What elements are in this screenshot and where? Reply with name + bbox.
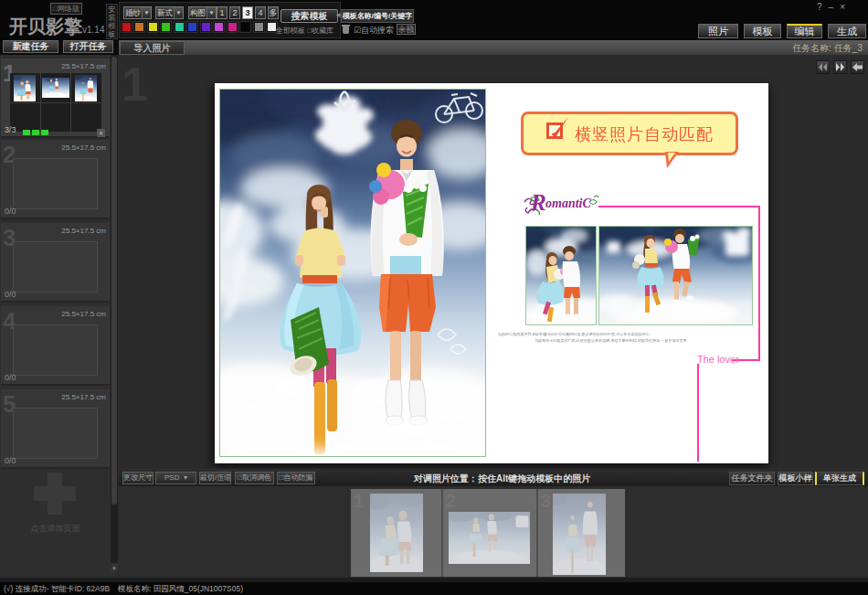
svg-text:omantiC: omantiC (545, 197, 591, 210)
svg-text:R: R (530, 190, 546, 215)
